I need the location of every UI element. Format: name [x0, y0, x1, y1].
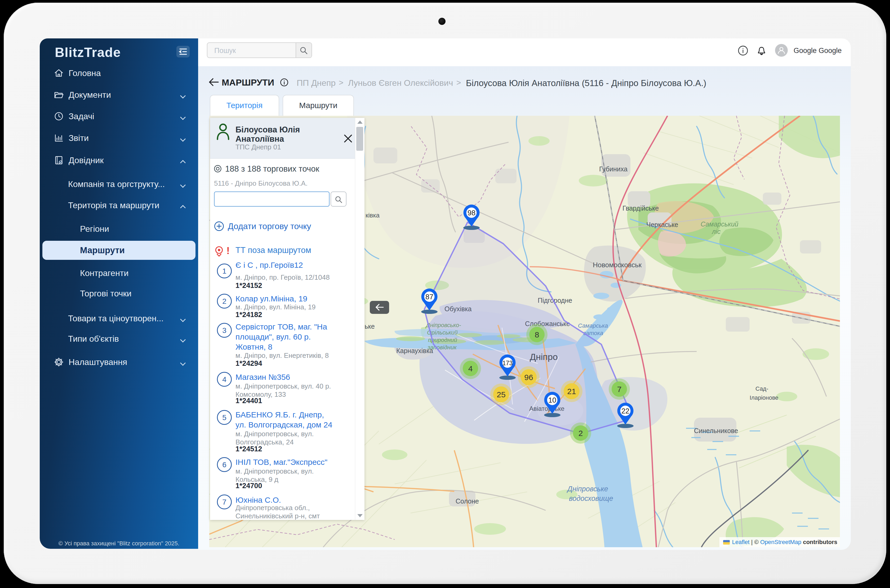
svg-text:8: 8 [535, 330, 539, 339]
svg-text:Губиниха: Губиниха [599, 165, 627, 173]
svg-text:Черкаське: Черкаське [646, 221, 678, 228]
svg-text:Новомосковськ: Новомосковськ [593, 261, 642, 269]
svg-text:Іларіонове: Іларіонове [750, 394, 779, 401]
svg-text:ліс: ліс [711, 228, 721, 235]
svg-text:25: 25 [497, 390, 506, 399]
svg-text:Сад-: Сад- [755, 386, 768, 392]
svg-text:Гвардійське: Гвардійське [623, 204, 659, 212]
svg-text:Самарська: Самарська [578, 322, 608, 329]
svg-text:96: 96 [524, 373, 533, 382]
svg-text:7: 7 [617, 385, 622, 394]
svg-text:87: 87 [425, 293, 433, 301]
svg-text:22: 22 [621, 407, 629, 415]
svg-text:4: 4 [468, 364, 473, 373]
svg-text:Самарський: Самарський [701, 220, 738, 228]
svg-text:Дніпровське: Дніпровське [567, 485, 608, 493]
svg-text:10: 10 [548, 396, 556, 404]
svg-text:Синельникове: Синельникове [694, 427, 738, 434]
svg-text:2: 2 [578, 429, 583, 438]
svg-text:21: 21 [567, 387, 576, 396]
svg-text:ківка: ківка [366, 212, 380, 219]
svg-text:173: 173 [503, 360, 513, 367]
svg-text:98: 98 [468, 209, 476, 217]
svg-text:водосховище: водосховище [569, 495, 613, 502]
svg-text:Солоне: Солоне [456, 497, 479, 505]
